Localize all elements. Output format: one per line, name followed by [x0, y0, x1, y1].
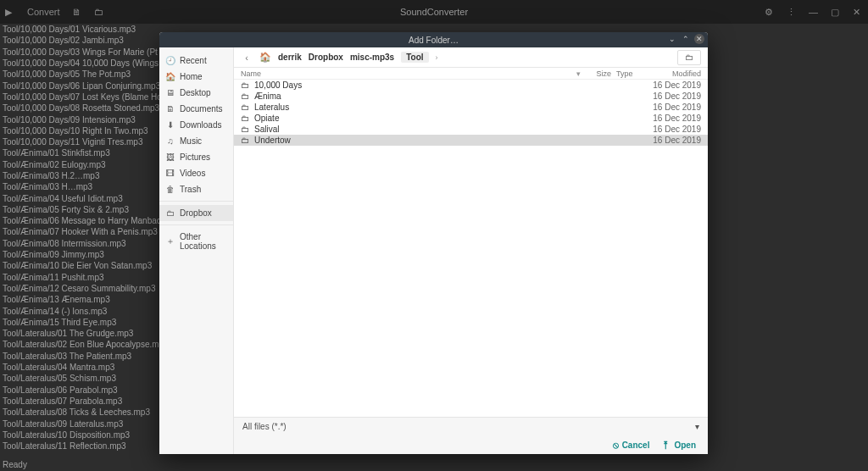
dialog-action-bar: ⦸ Cancel ⭱ Open [234, 435, 708, 454]
music-icon: ♫ [166, 137, 175, 146]
folder-modified: 16 Dec 2019 [642, 91, 701, 101]
folder-row[interactable]: 🗀Lateralus16 Dec 2019 [234, 102, 708, 113]
file-filter-label: All files (*.*) [242, 422, 287, 431]
dialog-title: Add Folder… [409, 36, 459, 45]
folder-name: Undertow [254, 136, 642, 145]
folder-modified: 16 Dec 2019 [642, 103, 701, 112]
breadcrumb-item[interactable]: Tool [401, 52, 428, 63]
folder-row[interactable]: 🗀Undertow16 Dec 2019 [234, 135, 708, 146]
sidebar-item-label: Dropbox [180, 208, 212, 218]
minimize-icon[interactable]: — [809, 7, 819, 17]
breadcrumb-forward-icon[interactable]: › [436, 53, 438, 62]
file-chooser-main: ‹ 🏠 derrikDropboxmisc-mp3sTool› 🗀 Name ▾… [234, 47, 708, 454]
add-file-icon[interactable]: 🗎 [72, 7, 82, 17]
sidebar-item-label: Music [180, 136, 202, 146]
dialog-maximize-icon[interactable]: ⌃ [681, 34, 691, 44]
folder-name: Salival [254, 125, 642, 134]
dialog-minimize-icon[interactable]: ⌄ [667, 34, 677, 44]
sidebar-item-label: Pictures [180, 152, 210, 162]
sidebar-item-label: Downloads [180, 120, 221, 130]
column-headers: Name ▾ Size Type Modified [234, 68, 708, 80]
add-folder-icon[interactable]: 🗀 [94, 7, 104, 17]
folder-modified: 16 Dec 2019 [642, 114, 701, 123]
file-filter-select[interactable]: All files (*.*) ▾ [234, 417, 708, 435]
folder-row[interactable]: 🗀Ænima16 Dec 2019 [234, 91, 708, 102]
folder-icon: 🗀 [241, 114, 251, 123]
downloads-icon: ⬇ [166, 121, 175, 130]
breadcrumb-item[interactable]: derrik [278, 53, 302, 62]
folder-icon: 🗀 [241, 80, 251, 90]
breadcrumb: derrikDropboxmisc-mp3sTool› [278, 52, 438, 63]
sidebar-item-label: Trash [180, 185, 201, 194]
breadcrumb-item[interactable]: Dropbox [309, 53, 343, 62]
menu-icon[interactable]: ⋮ [787, 7, 797, 17]
col-size[interactable]: Size [581, 69, 611, 78]
chevron-down-icon: ▾ [695, 422, 699, 431]
status-text: Ready [3, 460, 27, 469]
home-icon[interactable]: 🏠 [259, 52, 271, 63]
recent-icon: 🕘 [166, 57, 175, 65]
nav-back-icon[interactable]: ‹ [241, 53, 253, 63]
folder-name: Opiate [254, 114, 642, 123]
breadcrumb-item[interactable]: misc-mp3s [350, 53, 394, 62]
folder-icon: 🗀 [241, 136, 251, 145]
convert-label: Convert [27, 7, 60, 17]
folder-modified: 16 Dec 2019 [642, 136, 701, 145]
col-type[interactable]: Type [611, 69, 642, 78]
sidebar-item-other-locations[interactable]: ＋Other Locations [159, 229, 233, 254]
dialog-close-icon[interactable]: ✕ [694, 34, 704, 44]
folder-row[interactable]: 🗀10,000 Days16 Dec 2019 [234, 80, 708, 91]
sidebar-item-trash[interactable]: 🗑Trash [159, 181, 233, 197]
app-titlebar: ▶ Convert 🗎 🗀 SoundConverter ⚙ ⋮ — ▢ ✕ [0, 0, 868, 24]
videos-icon: 🎞 [166, 169, 175, 178]
open-icon: ⭱ [661, 440, 670, 450]
path-bar: ‹ 🏠 derrikDropboxmisc-mp3sTool› 🗀 [234, 47, 708, 68]
folder-name: Lateralus [254, 103, 642, 112]
sidebar-item-label: Videos [180, 169, 205, 178]
sidebar-item-desktop[interactable]: 🖥Desktop [159, 85, 233, 101]
folder-modified: 16 Dec 2019 [642, 80, 701, 90]
folder-icon: 🗀 [241, 91, 251, 101]
new-folder-button[interactable]: 🗀 [677, 50, 701, 65]
sidebar-item-pictures[interactable]: 🖼Pictures [159, 149, 233, 165]
folder-icon: 🗀 [241, 125, 251, 134]
places-sidebar: 🕘Recent🏠Home🖥Desktop🗎Documents⬇Downloads… [159, 47, 234, 454]
folder-row[interactable]: 🗀Opiate16 Dec 2019 [234, 113, 708, 124]
sidebar-item-downloads[interactable]: ⬇Downloads [159, 117, 233, 133]
cancel-icon: ⦸ [613, 440, 619, 451]
convert-icon[interactable]: ▶ [5, 7, 15, 17]
sidebar-item-label: Other Locations [180, 232, 226, 251]
sidebar-item-home[interactable]: 🏠Home [159, 69, 233, 85]
sidebar-item-label: Recent [180, 56, 207, 65]
settings-icon[interactable]: ⚙ [765, 7, 775, 17]
trash-icon: 🗑 [166, 186, 175, 194]
desktop-icon: 🖥 [166, 89, 175, 97]
col-modified[interactable]: Modified [642, 69, 701, 78]
home-icon: 🏠 [166, 73, 175, 81]
folder-icon: 🗀 [241, 103, 251, 112]
sidebar-item-dropbox[interactable]: 🗀Dropbox [159, 205, 233, 221]
folder-name: Ænima [254, 91, 642, 101]
sidebar-item-music[interactable]: ♫Music [159, 133, 233, 149]
maximize-icon[interactable]: ▢ [831, 7, 841, 17]
documents-icon: 🗎 [166, 105, 175, 114]
sidebar-item-recent[interactable]: 🕘Recent [159, 53, 233, 69]
folder-modified: 16 Dec 2019 [642, 125, 701, 134]
sidebar-item-videos[interactable]: 🎞Videos [159, 165, 233, 181]
pictures-icon: 🖼 [166, 153, 175, 162]
folder-listing: 🗀10,000 Days16 Dec 2019🗀Ænima16 Dec 2019… [234, 80, 708, 417]
sidebar-item-label: Desktop [180, 88, 211, 97]
folder-row[interactable]: 🗀Salival16 Dec 2019 [234, 124, 708, 135]
sidebar-item-label: Home [180, 72, 203, 81]
open-button[interactable]: ⭱ Open [661, 440, 696, 450]
sidebar-item-documents[interactable]: 🗎Documents [159, 101, 233, 117]
col-name[interactable]: Name [241, 69, 576, 78]
dropbox-icon: 🗀 [166, 209, 175, 218]
cancel-button[interactable]: ⦸ Cancel [613, 440, 650, 451]
close-icon[interactable]: ✕ [853, 7, 863, 17]
add-folder-dialog: Add Folder… ⌄ ⌃ ✕ 🕘Recent🏠Home🖥Desktop🗎D… [159, 32, 708, 454]
sidebar-item-label: Documents [180, 104, 223, 114]
dialog-titlebar: Add Folder… ⌄ ⌃ ✕ [159, 32, 708, 47]
app-title: SoundConverter [0, 7, 868, 17]
folder-name: 10,000 Days [254, 80, 642, 90]
